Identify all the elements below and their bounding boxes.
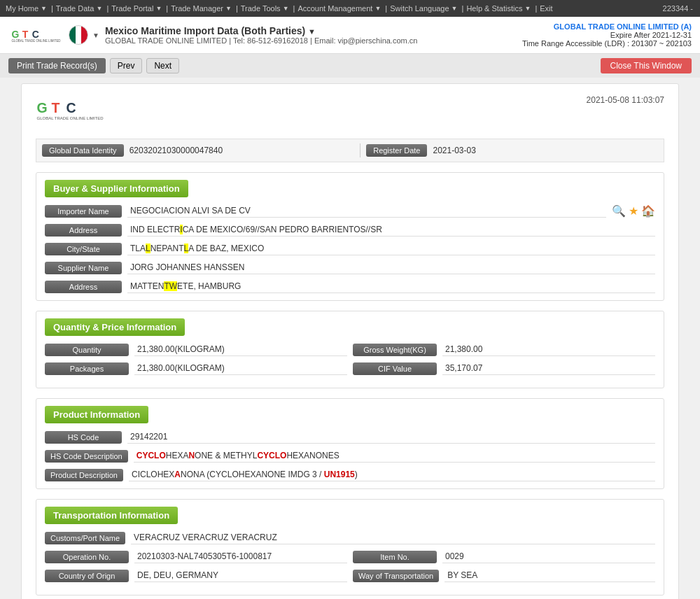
operation-no-value: 20210303-NAL7405305T6-1000817	[134, 550, 347, 563]
quantity-gross-row: Quantity 21,380.00(KILOGRAM) Gross Weigh…	[45, 343, 655, 356]
global-data-identity-value: 62032021030000047840	[130, 146, 355, 155]
nav-exit[interactable]: Exit	[540, 4, 552, 13]
importer-name-label: Importer Name	[45, 205, 122, 218]
gross-weight-value: 21,380.00	[442, 343, 655, 356]
logo-area: G T C GLOBAL TRADE ONLINE LIMITED ▼	[8, 21, 99, 49]
main-record-card: G T C GLOBAL TRADE ONLINE LIMITED 2021-0…	[21, 83, 679, 599]
product-desc-value: CICLOHEXANONA (CYCLOHEXANONE IMDG 3 / UN…	[129, 468, 655, 481]
expire-date: Expire After 2021-12-31	[522, 31, 692, 39]
cif-value: 35,170.07	[442, 362, 655, 375]
hs-code-label: HS Code	[45, 431, 122, 444]
nav-my-home[interactable]: My Home	[6, 4, 38, 13]
nav-sep-8: |	[535, 4, 537, 13]
svg-text:G: G	[12, 29, 20, 40]
supplier-address-value: MATTENTWETE, HAMBURG	[127, 280, 655, 293]
svg-text:T: T	[52, 100, 60, 115]
card-datetime: 2021-05-08 11:03:07	[587, 95, 664, 105]
print-button-top[interactable]: Print Trade Record(s)	[8, 58, 106, 73]
supplier-address-label: Address	[45, 281, 122, 293]
quantity-price-section: Quantity & Price Information Quantity 21…	[36, 311, 664, 388]
customs-port-row: Customs/Port Name VERACRUZ VERACRUZ VERA…	[45, 531, 655, 544]
way-transport-value: BY SEA	[444, 569, 655, 582]
register-date-value: 2021-03-03	[433, 146, 658, 155]
nav-sep-1: |	[51, 4, 53, 13]
importer-name-row: Importer Name NEGOCIACION ALVI SA DE CV …	[45, 204, 655, 218]
card-logo: G T C GLOBAL TRADE ONLINE LIMITED	[36, 95, 120, 129]
svg-text:C: C	[32, 29, 39, 40]
item-no-label: Item No.	[353, 551, 437, 563]
country-origin-label: Country of Orign	[45, 570, 129, 582]
flag-dropdown-arrow[interactable]: ▼	[92, 31, 99, 39]
operation-no-label: Operation No.	[45, 551, 129, 563]
nav-sep-5: |	[293, 4, 295, 13]
operation-no-col: Operation No. 20210303-NAL7405305T6-1000…	[45, 550, 347, 563]
hs-code-desc-row: HS Code Description CYCLOHEXANONE & METH…	[45, 449, 655, 463]
nav-sep-3: |	[166, 4, 168, 13]
importer-address-row: Address IND ELECTRICA DE MEXICO/69//SAN …	[45, 223, 655, 237]
nav-sep-4: |	[236, 4, 238, 13]
nav-arrow-7: ▼	[451, 5, 458, 12]
nav-arrow-2: ▼	[96, 5, 102, 12]
country-origin-value: DE, DEU, GERMANY	[134, 569, 347, 582]
item-no-col: Item No. 0029	[353, 550, 655, 563]
card-header: G T C GLOBAL TRADE ONLINE LIMITED 2021-0…	[36, 95, 664, 129]
contact-info: GLOBAL TRADE ONLINE LIMITED | Tel: 86-51…	[105, 36, 417, 45]
title-arrow[interactable]: ▼	[308, 27, 316, 36]
gross-weight-label: Gross Weight(KG)	[353, 344, 437, 356]
star-icon[interactable]: ★	[629, 204, 638, 218]
transportation-header: Transportation Information	[45, 507, 178, 524]
supplier-name-label: Supplier Name	[45, 262, 122, 274]
packages-cif-row: Packages 21,380.00(KILOGRAM) CIF Value 3…	[45, 362, 655, 375]
nav-account-management[interactable]: Account Management	[298, 4, 372, 13]
importer-name-value: NEGOCIACION ALVI SA DE CV	[127, 204, 606, 218]
global-data-identity-row: Global Data Identity 6203202103000004784…	[36, 139, 664, 162]
country-origin-col: Country of Orign DE, DEU, GERMANY	[45, 569, 347, 582]
customs-port-value: VERACRUZ VERACRUZ VERACRUZ	[131, 531, 655, 544]
mexico-flag[interactable]	[69, 25, 88, 45]
time-range: Time Range Accessible (LDR) : 201307 ~ 2…	[522, 39, 692, 48]
hs-code-desc-value: CYCLOHEXANONE & METHYLCYCLOHEXANONES	[134, 449, 655, 463]
page-title: Mexico Maritime Import Data (Both Partie…	[105, 25, 417, 36]
page-title-area: Mexico Maritime Import Data (Both Partie…	[105, 25, 417, 45]
svg-text:C: C	[66, 100, 76, 115]
svg-text:T: T	[22, 29, 29, 40]
supplier-name-value: JORG JOHANNES HANSSEN	[127, 261, 655, 274]
nav-arrow-5: ▼	[283, 5, 289, 12]
nav-arrow-1: ▼	[41, 5, 47, 12]
search-icon[interactable]: 🔍	[612, 204, 626, 218]
nav-trade-data[interactable]: Trade Data	[56, 4, 94, 13]
city-state-value: TLALNEPANTLA DE BAZ, MEXICO	[127, 242, 655, 255]
close-button-top[interactable]: Close This Window	[601, 58, 692, 73]
nav-switch-language[interactable]: Switch Language	[390, 4, 449, 13]
packages-value: 21,380.00(KILOGRAM)	[134, 362, 347, 375]
global-data-identity-label: Global Data Identity	[42, 144, 124, 157]
svg-text:G: G	[37, 100, 48, 115]
nav-trade-manager[interactable]: Trade Manager	[171, 4, 223, 13]
account-number: 223344 -	[663, 4, 693, 13]
buyer-supplier-section: Buyer & Supplier Information Importer Na…	[36, 172, 664, 301]
packages-label: Packages	[45, 362, 129, 375]
nav-trade-portal[interactable]: Trade Portal	[111, 4, 153, 13]
top-navigation: My Home ▼ | Trade Data ▼ | Trade Portal …	[0, 0, 700, 17]
importer-address-value: IND ELECTRICA DE MEXICO/69//SAN PEDRO BA…	[127, 223, 655, 237]
logo-svg: G T C GLOBAL TRADE ONLINE LIMITED	[10, 22, 63, 48]
nav-sep-6: |	[385, 4, 387, 13]
city-state-label: City/State	[45, 243, 122, 255]
operation-item-row: Operation No. 20210303-NAL7405305T6-1000…	[45, 550, 655, 563]
next-button-top[interactable]: Next	[146, 58, 179, 73]
nav-arrow-4: ▼	[225, 5, 232, 12]
home-icon[interactable]: 🏠	[641, 204, 655, 218]
nav-help-statistics[interactable]: Help & Statistics	[466, 4, 522, 13]
nav-arrow-6: ▼	[374, 5, 381, 12]
quantity-price-header: Quantity & Price Information	[45, 318, 185, 336]
customs-port-label: Customs/Port Name	[45, 532, 125, 544]
product-header: Product Information	[45, 406, 148, 423]
gross-weight-col: Gross Weight(KG) 21,380.00	[353, 343, 655, 356]
gdi-separator	[360, 143, 360, 157]
prev-button-top[interactable]: Prev	[110, 58, 143, 73]
way-transport-label: Way of Transportation	[353, 570, 439, 582]
nav-arrow-3: ▼	[155, 5, 162, 12]
item-no-value: 0029	[442, 550, 655, 563]
nav-trade-tools[interactable]: Trade Tools	[241, 4, 281, 13]
product-desc-label: Product Description	[45, 469, 123, 481]
